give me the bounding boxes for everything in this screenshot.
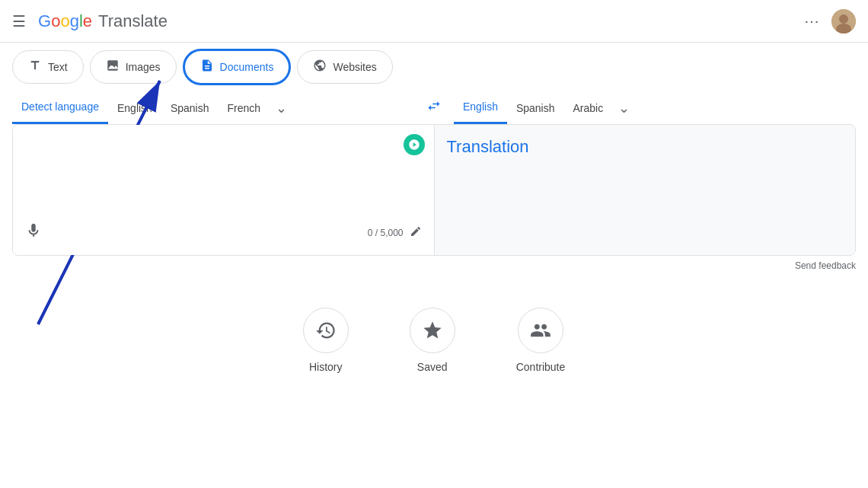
grammarly-icon: [404, 134, 425, 155]
bottom-actions: History Saved Contribute: [0, 308, 868, 373]
images-tab-icon: [106, 59, 120, 75]
text-tab-icon: [28, 59, 42, 75]
main-content: Detect language English Spanish French ⌄…: [0, 91, 868, 271]
translation-panels: 0 / 5,000 Translation: [12, 124, 856, 256]
grid-apps-icon[interactable]: ⋯: [804, 12, 819, 30]
tab-text[interactable]: Text: [12, 50, 84, 84]
edit-button[interactable]: [410, 225, 422, 241]
char-count: 0 / 5,000: [368, 228, 404, 238]
source-lang-french[interactable]: French: [218, 93, 270, 123]
saved-action[interactable]: Saved: [410, 308, 455, 373]
history-action[interactable]: History: [303, 308, 349, 373]
feedback-row: Send feedback: [12, 260, 856, 271]
swap-languages-button[interactable]: [414, 92, 454, 123]
saved-label: Saved: [417, 361, 448, 373]
history-label: History: [309, 361, 343, 373]
tab-images-label: Images: [126, 61, 161, 73]
tab-websites[interactable]: Websites: [297, 50, 392, 84]
target-lang-spanish[interactable]: Spanish: [507, 93, 564, 123]
user-avatar[interactable]: [831, 9, 856, 33]
app-title: Translate: [98, 11, 168, 31]
contribute-action[interactable]: Contribute: [516, 308, 566, 373]
tab-images[interactable]: Images: [90, 50, 177, 84]
tab-text-label: Text: [48, 61, 68, 73]
send-feedback-link[interactable]: Send feedback: [795, 260, 856, 271]
language-selector-row: Detect language English Spanish French ⌄…: [12, 91, 856, 124]
tab-bar: Text Images Documents Websites: [0, 43, 868, 91]
hamburger-menu-icon[interactable]: ☰: [12, 12, 26, 30]
source-lang-detect[interactable]: Detect language: [12, 91, 108, 124]
input-panel-footer: 0 / 5,000: [25, 222, 422, 243]
saved-icon-circle: [410, 308, 455, 353]
tab-documents-label: Documents: [220, 61, 274, 73]
target-lang-arabic[interactable]: Arabic: [564, 93, 613, 123]
svg-point-2: [839, 14, 848, 24]
target-lang-more-button[interactable]: ⌄: [612, 94, 636, 123]
microphone-button[interactable]: [25, 222, 42, 243]
translation-output: Translation: [447, 137, 529, 156]
source-language-panel: Detect language English Spanish French ⌄: [12, 91, 414, 124]
websites-tab-icon: [313, 59, 327, 75]
output-panel: Translation: [435, 125, 856, 255]
target-language-panel: English Spanish Arabic ⌄: [454, 91, 856, 124]
source-lang-english[interactable]: English: [108, 93, 161, 123]
header-right: ⋯: [804, 9, 856, 33]
input-panel: 0 / 5,000: [13, 125, 435, 255]
source-lang-spanish[interactable]: Spanish: [161, 93, 219, 123]
source-text-input[interactable]: [25, 137, 422, 213]
app-logo[interactable]: Google Translate: [38, 11, 168, 31]
source-lang-more-button[interactable]: ⌄: [270, 94, 293, 123]
tab-documents[interactable]: Documents: [183, 49, 292, 85]
target-lang-english[interactable]: English: [454, 91, 507, 124]
header: ☰ Google Translate ⋯: [0, 0, 868, 43]
contribute-icon-circle: [518, 308, 563, 353]
history-icon-circle: [303, 308, 349, 353]
contribute-label: Contribute: [516, 361, 566, 373]
tab-websites-label: Websites: [333, 61, 376, 73]
documents-tab-icon: [200, 59, 214, 75]
